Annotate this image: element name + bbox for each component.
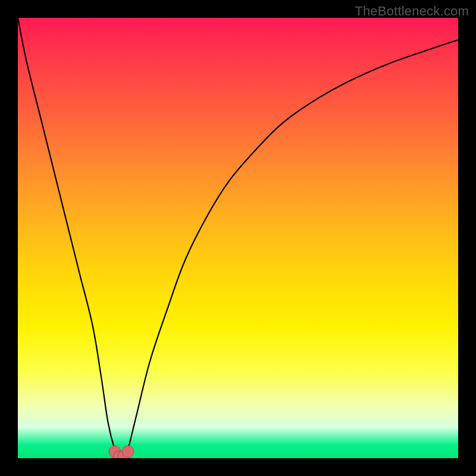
chart-plot-area bbox=[18, 18, 458, 458]
curve-marker bbox=[122, 446, 134, 458]
watermark-text: TheBottleneck.com bbox=[355, 4, 469, 19]
bottleneck-curve bbox=[18, 18, 458, 458]
chart-ylabel bbox=[0, 0, 1, 1]
curve-line bbox=[18, 18, 458, 458]
curve-markers bbox=[109, 446, 134, 458]
chart-title bbox=[0, 0, 1, 1]
chart-xlabel bbox=[0, 0, 1, 1]
